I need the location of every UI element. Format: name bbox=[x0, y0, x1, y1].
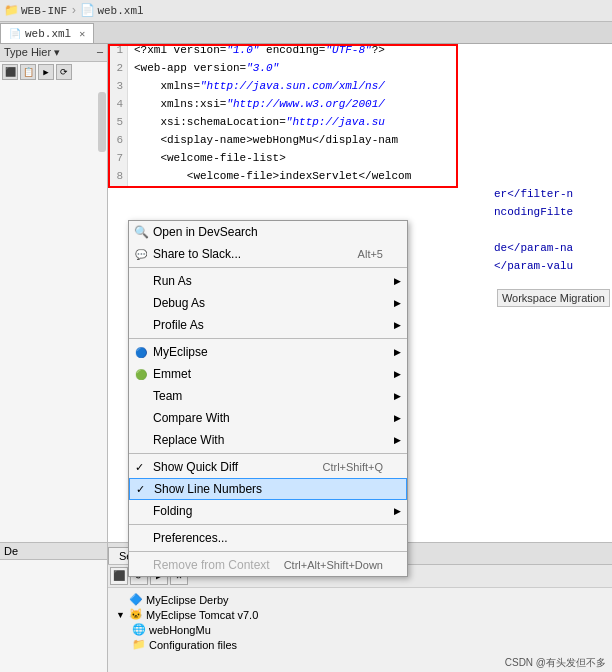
tree-item-config[interactable]: 📁 Configuration files bbox=[112, 637, 608, 652]
tomcat-label: MyEclipse Tomcat v7.0 bbox=[146, 609, 258, 621]
menu-label-run-as: Run As bbox=[153, 274, 192, 288]
check-quick-diff: ✓ bbox=[135, 461, 144, 474]
separator-1 bbox=[129, 267, 407, 268]
code-line-1: 1 <?xml version="1.0" encoding="UTF-8"?> bbox=[108, 44, 612, 62]
code-line-4: 4 xmlns:xsi="http://www.w3.org/2001/ bbox=[108, 98, 612, 116]
sidebar-tool-btn-3[interactable]: ▶ bbox=[38, 64, 54, 80]
menu-item-remove-context: Remove from Context Ctrl+Alt+Shift+Down bbox=[129, 554, 407, 576]
myeclipse-icon: 🔵 bbox=[133, 344, 149, 360]
line-content-8: <welcome-file>indexServlet</welcom bbox=[128, 170, 411, 188]
menu-label-profile-as: Profile As bbox=[153, 318, 204, 332]
tab-webxml[interactable]: 📄 web.xml ✕ bbox=[0, 23, 94, 43]
code-line-3: 3 xmlns="http://java.sun.com/xml/ns/ bbox=[108, 80, 612, 98]
line-content-1: <?xml version="1.0" encoding="UTF-8"?> bbox=[128, 44, 385, 62]
menu-item-folding[interactable]: Folding bbox=[129, 500, 407, 522]
breadcrumb-webxml[interactable]: web.xml bbox=[97, 5, 143, 17]
line-content-7: <welcome-file-list> bbox=[128, 152, 286, 170]
tree-item-derby[interactable]: 🔷 MyEclipse Derby bbox=[112, 592, 608, 607]
menu-item-emmet[interactable]: 🟢 Emmet bbox=[129, 363, 407, 385]
menu-label-show-quick-diff: Show Quick Diff bbox=[153, 460, 238, 474]
sidebar-tool-btn-4[interactable]: ⟳ bbox=[56, 64, 72, 80]
menu-label-compare-with: Compare With bbox=[153, 411, 230, 425]
menu-item-run-as[interactable]: Run As bbox=[129, 270, 407, 292]
separator-4 bbox=[129, 524, 407, 525]
shortcut-quick-diff: Ctrl+Shift+Q bbox=[322, 461, 399, 473]
line-content-5: xsi:schemaLocation="http://java.su bbox=[128, 116, 385, 134]
separator-5 bbox=[129, 551, 407, 552]
breadcrumb-webinf[interactable]: WEB-INF bbox=[21, 5, 67, 17]
menu-item-show-quick-diff[interactable]: ✓ Show Quick Diff Ctrl+Shift+Q bbox=[129, 456, 407, 478]
sidebar-tool-btn-1[interactable]: ⬛ bbox=[2, 64, 18, 80]
xml-tab-icon: 📄 bbox=[9, 28, 21, 40]
shortcut-share-slack: Alt+5 bbox=[358, 248, 399, 260]
line-num-1: 1 bbox=[108, 44, 128, 62]
menu-label-emmet: Emmet bbox=[153, 367, 191, 381]
menu-label-myeclipse: MyEclipse bbox=[153, 345, 208, 359]
collapse-icon[interactable]: — bbox=[97, 47, 103, 58]
line-num-2: 2 bbox=[108, 62, 128, 80]
code-line-5: 5 xsi:schemaLocation="http://java.su bbox=[108, 116, 612, 134]
line-num-5: 5 bbox=[108, 116, 128, 134]
sidebar-title: Type Hier ▾ bbox=[4, 46, 60, 59]
line-content-4: xmlns:xsi="http://www.w3.org/2001/ bbox=[128, 98, 385, 116]
derby-label: MyEclipse Derby bbox=[146, 594, 229, 606]
code-line-2: 2 <web-app version="3.0" bbox=[108, 62, 612, 80]
tab-bar: 📄 web.xml ✕ bbox=[0, 22, 612, 44]
search-circle-icon: 🔍 bbox=[133, 224, 149, 240]
tomcat-icon: 🐱 bbox=[129, 608, 143, 621]
derby-icon: 🔷 bbox=[129, 593, 143, 606]
line-num-3: 3 bbox=[108, 80, 128, 98]
menu-item-team[interactable]: Team bbox=[129, 385, 407, 407]
web-icon: 🌐 bbox=[132, 623, 146, 636]
menu-item-debug-as[interactable]: Debug As bbox=[129, 292, 407, 314]
menu-item-profile-as[interactable]: Profile As bbox=[129, 314, 407, 336]
line-content-6: <display-name>webHongMu</display-nam bbox=[128, 134, 398, 152]
menu-item-compare-with[interactable]: Compare With bbox=[129, 407, 407, 429]
menu-item-open-devsearch[interactable]: 🔍 Open in DevSearch bbox=[129, 221, 407, 243]
close-icon[interactable]: ✕ bbox=[79, 28, 85, 40]
workspace-migration-label: Workspace Migration bbox=[497, 289, 610, 307]
code-line-8: 8 <welcome-file>indexServlet</welcom bbox=[108, 170, 612, 188]
menu-item-myeclipse[interactable]: 🔵 MyEclipse bbox=[129, 341, 407, 363]
breadcrumb-bar: 📁 WEB-INF › 📄 web.xml bbox=[0, 0, 612, 22]
code-line-6: 6 <display-name>webHongMu</display-nam bbox=[108, 134, 612, 152]
folder-icon: 📁 bbox=[4, 3, 19, 18]
xml-icon: 📄 bbox=[80, 3, 95, 18]
tree-item-tomcat[interactable]: ▼ 🐱 MyEclipse Tomcat v7.0 bbox=[112, 607, 608, 622]
menu-label-replace-with: Replace With bbox=[153, 433, 224, 447]
separator-2 bbox=[129, 338, 407, 339]
code-lines: 1 <?xml version="1.0" encoding="UTF-8"?>… bbox=[108, 44, 612, 188]
menu-label-folding: Folding bbox=[153, 504, 192, 518]
menu-label-open-devsearch: Open in DevSearch bbox=[153, 225, 258, 239]
menu-item-share-slack[interactable]: 💬 Share to Slack... Alt+5 bbox=[129, 243, 407, 265]
line-num-6: 6 bbox=[108, 134, 128, 152]
tree-item-webhongmu[interactable]: 🌐 webHongMu bbox=[112, 622, 608, 637]
menu-label-preferences: Preferences... bbox=[153, 531, 228, 545]
check-line-numbers: ✓ bbox=[136, 483, 145, 496]
line-content-3: xmlns="http://java.sun.com/xml/ns/ bbox=[128, 80, 385, 98]
expand-tomcat: ▼ bbox=[116, 610, 126, 620]
stop-btn[interactable]: ⬛ bbox=[110, 567, 128, 585]
sidebar-tool-btn-2[interactable]: 📋 bbox=[20, 64, 36, 80]
menu-item-preferences[interactable]: Preferences... bbox=[129, 527, 407, 549]
status-bar: CSDN @有头发但不多 bbox=[499, 654, 612, 672]
menu-label-show-line-numbers: Show Line Numbers bbox=[154, 482, 262, 496]
right-line-2: ncodingFilte bbox=[492, 206, 612, 224]
line-num-8: 8 bbox=[108, 170, 128, 188]
menu-label-remove-context: Remove from Context bbox=[153, 558, 270, 572]
menu-item-show-line-numbers[interactable]: ✓ Show Line Numbers bbox=[129, 478, 407, 500]
right-line-1: er</filter-n bbox=[492, 188, 612, 206]
line-content-2: <web-app version="3.0" bbox=[128, 62, 279, 80]
expand-derby bbox=[116, 595, 126, 605]
line-num-4: 4 bbox=[108, 98, 128, 116]
menu-item-replace-with[interactable]: Replace With bbox=[129, 429, 407, 451]
bottom-content: 🔷 MyEclipse Derby ▼ 🐱 MyEclipse Tomcat v… bbox=[108, 588, 612, 656]
bottom-left-strip: De bbox=[0, 543, 108, 672]
emmet-icon: 🟢 bbox=[133, 366, 149, 382]
line-num-7: 7 bbox=[108, 152, 128, 170]
shortcut-remove-context: Ctrl+Alt+Shift+Down bbox=[284, 559, 399, 571]
right-code-clip: er</filter-n ncodingFilte de</param-na <… bbox=[492, 188, 612, 278]
menu-label-share-slack: Share to Slack... bbox=[153, 247, 241, 261]
code-line-7: 7 <welcome-file-list> bbox=[108, 152, 612, 170]
menu-label-debug-as: Debug As bbox=[153, 296, 205, 310]
